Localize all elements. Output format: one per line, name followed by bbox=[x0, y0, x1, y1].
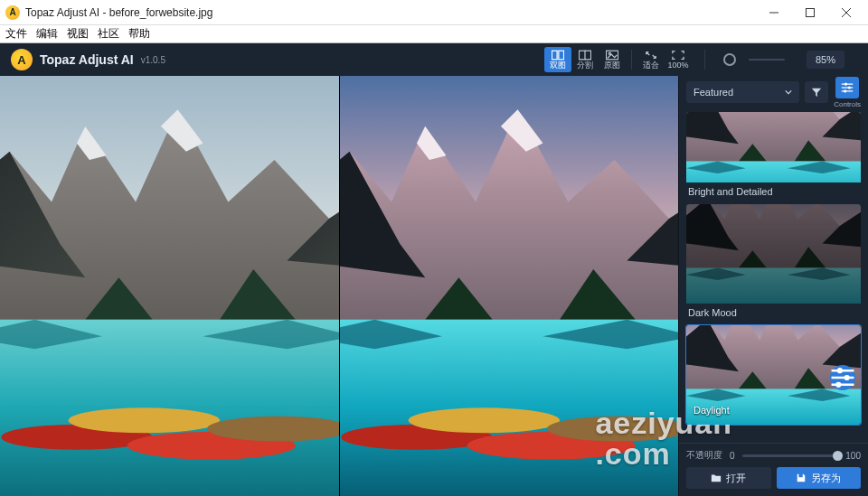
menu-edit[interactable]: 编辑 bbox=[36, 26, 58, 42]
preset-edit-icon[interactable] bbox=[830, 365, 855, 390]
zoom-slider[interactable] bbox=[749, 59, 785, 61]
opacity-slider[interactable] bbox=[742, 454, 839, 457]
funnel-icon bbox=[811, 87, 822, 98]
view-mode-group: 双图 分割 原图 适合 100% bbox=[544, 47, 692, 72]
brand-version: v1.0.5 bbox=[141, 55, 165, 65]
window-minimize-button[interactable] bbox=[756, 0, 792, 25]
open-button[interactable]: 打开 bbox=[686, 467, 771, 489]
svg-rect-19 bbox=[559, 51, 564, 60]
menu-bar: 文件 编辑 视图 社区 帮助 bbox=[0, 25, 868, 43]
svg-rect-15 bbox=[807, 8, 815, 16]
folder-icon bbox=[711, 473, 722, 483]
zoom-value[interactable]: 85% bbox=[807, 51, 844, 69]
preset-bright-and-detailed[interactable]: Bright and Detailed bbox=[686, 112, 861, 202]
view-100-button[interactable]: 100% bbox=[665, 47, 692, 72]
view-fit-button[interactable]: 适合 bbox=[637, 47, 665, 72]
menu-help[interactable]: 帮助 bbox=[128, 26, 150, 42]
window-maximize-button[interactable] bbox=[792, 0, 828, 25]
menu-file[interactable]: 文件 bbox=[5, 26, 27, 42]
app-toolbar: A Topaz Adjust AI v1.0.5 双图 分割 原图 适合 bbox=[0, 43, 868, 76]
chevron-down-icon bbox=[785, 89, 792, 96]
opacity-label: 不透明度 bbox=[686, 449, 722, 462]
brand-name: Topaz Adjust AI bbox=[40, 52, 134, 67]
window-titlebar: A Topaz Adjust AI - before_forwebsite.jp… bbox=[0, 0, 868, 25]
svg-point-23 bbox=[609, 52, 610, 54]
after-pane[interactable] bbox=[340, 76, 679, 496]
view-single-button[interactable]: 原图 bbox=[599, 47, 626, 72]
opacity-max: 100 bbox=[845, 451, 861, 461]
window-title: Topaz Adjust AI - before_forwebsite.jpg bbox=[25, 6, 756, 19]
window-close-button[interactable] bbox=[828, 0, 864, 25]
brand-icon: A bbox=[11, 49, 33, 70]
preset-list: Bright and Detailed Dark Mood Daylight bbox=[679, 108, 868, 443]
app-icon: A bbox=[5, 5, 20, 20]
filter-icon-button[interactable] bbox=[805, 81, 828, 103]
side-panel: Featured Controls Bright and Detailed bbox=[678, 76, 868, 496]
side-panel-footer: 不透明度 0 100 打开 另存为 bbox=[679, 443, 868, 496]
menu-view[interactable]: 视图 bbox=[67, 26, 89, 42]
view-split-button[interactable]: 分割 bbox=[571, 47, 599, 72]
controls-toggle-button[interactable] bbox=[835, 77, 859, 98]
save-icon bbox=[796, 473, 807, 483]
before-pane[interactable] bbox=[0, 76, 339, 496]
preset-daylight[interactable]: Daylight bbox=[686, 325, 861, 425]
view-dual-button[interactable]: 双图 bbox=[544, 47, 571, 72]
save-as-button[interactable]: 另存为 bbox=[777, 467, 862, 489]
zoom-reset-icon[interactable] bbox=[723, 53, 736, 66]
preset-category-dropdown[interactable]: Featured bbox=[686, 81, 799, 103]
menu-community[interactable]: 社区 bbox=[98, 26, 119, 42]
preset-dark-mood[interactable]: Dark Mood bbox=[686, 204, 861, 323]
opacity-min: 0 bbox=[730, 451, 735, 461]
sliders-icon bbox=[841, 81, 854, 94]
image-compare-area[interactable]: aeziyuan.com bbox=[0, 76, 678, 496]
controls-label: Controls bbox=[834, 100, 861, 108]
svg-rect-18 bbox=[552, 51, 557, 60]
